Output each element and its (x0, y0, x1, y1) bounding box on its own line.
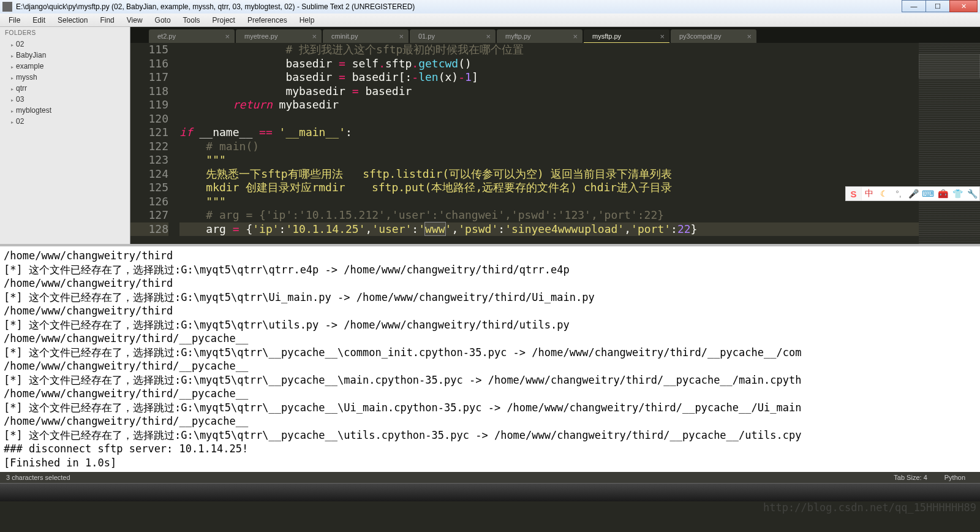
tab-et2-py[interactable]: et2.py× (149, 29, 235, 43)
folder-collapsed-icon: ▸ (11, 42, 13, 48)
menu-file[interactable]: File (2, 15, 26, 26)
folder-collapsed-icon: ▸ (11, 53, 13, 59)
code-line[interactable]: if __name__ == '__main__': (179, 126, 980, 140)
menu-goto[interactable]: Goto (149, 15, 177, 26)
ime-keyboard-icon[interactable]: ⌨ (921, 189, 935, 199)
code-line[interactable] (179, 112, 980, 126)
menubar: FileEditSelectionFindViewGotoToolsProjec… (0, 13, 980, 27)
ime-lang-icon[interactable]: 中 (862, 188, 876, 199)
tab-py3compat-py[interactable]: py3compat.py× (671, 29, 756, 43)
build-output-panel[interactable]: /home/www/changweitry/third [*] 这个文件已经存在… (0, 244, 980, 472)
line-number: 118 (130, 85, 168, 99)
folder-collapsed-icon: ▸ (11, 86, 13, 92)
editor: et2.py×myetree.py×cminit.py×01.py×myftp.… (130, 27, 980, 244)
minimize-button[interactable]: — (902, 0, 926, 12)
code-line[interactable]: 先熟悉一下sftp有哪些用法 sftp.listdir(可以传参可以为空) 返回… (179, 167, 980, 181)
menu-selection[interactable]: Selection (51, 15, 94, 26)
folder-collapsed-icon: ▸ (11, 108, 13, 114)
statusbar: 3 characters selected Tab Size: 4 Python (0, 472, 980, 483)
code-line[interactable]: # arg = {'ip':'10.1.15.212','user':'chan… (179, 208, 980, 222)
line-number: 123 (130, 153, 168, 167)
menu-find[interactable]: Find (94, 15, 120, 26)
tab-close-icon[interactable]: × (660, 32, 665, 41)
sidebar-item-myblogtest[interactable]: ▸myblogtest (0, 105, 130, 116)
sidebar-item-myssh[interactable]: ▸myssh (0, 72, 130, 83)
app-icon (2, 2, 12, 12)
line-number: 127 (130, 208, 168, 222)
line-gutter: 1151161171181191201211221231241251261271… (130, 43, 179, 244)
tab-label: myetree.py (244, 32, 277, 40)
menu-view[interactable]: View (121, 15, 149, 26)
line-number: 117 (130, 70, 168, 85)
line-number: 119 (130, 98, 168, 112)
ime-settings-icon[interactable]: 🔧 (965, 189, 979, 199)
tab-mysftp-py[interactable]: mysftp.py× (584, 29, 669, 43)
tab-bar: et2.py×myetree.py×cminit.py×01.py×myftp.… (130, 27, 980, 43)
ime-mic-icon[interactable]: 🎤 (906, 189, 921, 199)
minimap[interactable] (919, 43, 980, 244)
tab-cminit-py[interactable]: cminit.py× (323, 29, 409, 43)
sidebar-item-qtrr[interactable]: ▸qtrr (0, 83, 130, 94)
menu-edit[interactable]: Edit (26, 15, 51, 26)
tab-close-icon[interactable]: × (747, 32, 752, 41)
line-number: 116 (130, 57, 168, 71)
tab-label: cminit.py (331, 32, 358, 40)
menu-help[interactable]: Help (293, 15, 321, 26)
code-line[interactable]: # 找到我进入这个sftp最初的时候我在哪个位置 (179, 43, 980, 57)
tab-close-icon[interactable]: × (312, 32, 317, 41)
close-button[interactable]: ✕ (949, 0, 978, 12)
maximize-button[interactable]: ☐ (925, 0, 950, 12)
code-line[interactable]: arg = {'ip':'10.1.14.25','user':'www','p… (179, 222, 980, 237)
windows-taskbar[interactable] (0, 483, 980, 501)
sidebar-header: FOLDERS (0, 27, 130, 39)
tab-close-icon[interactable]: × (486, 32, 491, 41)
code-line[interactable]: # main() (179, 140, 980, 154)
folder-collapsed-icon: ▸ (11, 64, 13, 70)
tab-close-icon[interactable]: × (573, 32, 578, 41)
status-tab-size[interactable]: Tab Size: 4 (885, 474, 935, 481)
tab-label: 01.py (418, 32, 435, 40)
line-number: 128 (130, 222, 168, 237)
tab-label: et2.py (157, 32, 176, 40)
ime-moon-icon[interactable]: ☾ (876, 189, 891, 199)
sidebar-item-example[interactable]: ▸example (0, 61, 130, 72)
code-line[interactable]: return mybasedir (179, 98, 980, 112)
ime-logo-icon[interactable]: S (846, 187, 862, 200)
ime-punct-icon[interactable]: °, (891, 189, 906, 199)
line-number: 122 (130, 140, 168, 154)
code-line[interactable]: mybasedir = basedir (179, 85, 980, 99)
sidebar-item-02[interactable]: ▸02 (0, 39, 130, 50)
minimap-viewport[interactable] (919, 54, 980, 78)
ime-toolbar[interactable]: S 中 ☾ °, 🎤 ⌨ 🧰 👕 🔧 (845, 186, 980, 201)
tab-myftp-py[interactable]: myftp.py× (497, 29, 582, 43)
tab-myetree-py[interactable]: myetree.py× (236, 29, 322, 43)
code-area[interactable]: 1151161171181191201211221231241251261271… (130, 43, 980, 244)
tab-label: myftp.py (505, 32, 531, 40)
tab-close-icon[interactable]: × (399, 32, 404, 41)
sidebar-item-02[interactable]: ▸02 (0, 116, 130, 127)
menu-project[interactable]: Project (206, 15, 241, 26)
tab-label: py3compat.py (679, 32, 721, 40)
code-line[interactable]: basedir = self.sftp.getcwd() (179, 57, 980, 71)
window-controls: — ☐ ✕ (902, 0, 978, 12)
code-line[interactable]: """ (179, 153, 980, 167)
menu-preferences[interactable]: Preferences (241, 15, 293, 26)
line-number: 126 (130, 195, 168, 209)
code-line[interactable]: basedir = basedir[:-len(x)-1] (179, 70, 980, 85)
sidebar-item-03[interactable]: ▸03 (0, 94, 130, 105)
status-syntax[interactable]: Python (936, 474, 974, 481)
ime-toolbox-icon[interactable]: 🧰 (935, 189, 950, 199)
sidebar-item-babyjian[interactable]: ▸BabyJian (0, 50, 130, 61)
line-number: 125 (130, 181, 168, 195)
menu-tools[interactable]: Tools (177, 15, 206, 26)
line-number: 115 (130, 43, 168, 57)
folder-collapsed-icon: ▸ (11, 120, 13, 125)
tab-close-icon[interactable]: × (225, 32, 230, 41)
titlebar: E:\django\quick\py\mysftp.py (02, BabyJi… (0, 0, 980, 13)
code-content[interactable]: # 找到我进入这个sftp最初的时候我在哪个位置 basedir = self.… (179, 43, 980, 244)
tab-01-py[interactable]: 01.py× (410, 29, 496, 43)
ime-skin-icon[interactable]: 👕 (950, 189, 965, 199)
watermark: http://blog.csdn.net/qq_15HHHHHH89 (763, 501, 976, 514)
folder-collapsed-icon: ▸ (11, 75, 13, 81)
line-number: 124 (130, 167, 168, 181)
